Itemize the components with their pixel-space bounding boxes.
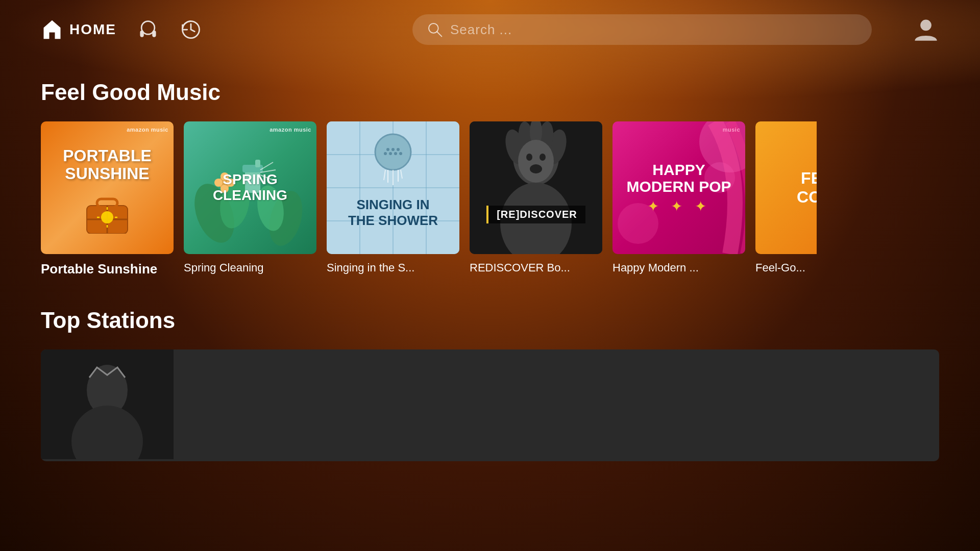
happy-modern-stars: ✦ ✦ ✦: [647, 198, 711, 215]
svg-point-38: [375, 134, 411, 170]
svg-point-59: [518, 140, 554, 183]
svg-point-62: [530, 164, 542, 173]
top-stations-cards-row: ToP: [41, 349, 939, 461]
card-rediscover-image: amazon music: [470, 121, 602, 254]
svg-point-60: [526, 154, 532, 161]
spring-cleaning-text: SPRINGCLEANING: [205, 164, 296, 212]
station1-svg: [41, 349, 174, 459]
svg-rect-2: [152, 31, 156, 37]
svg-point-40: [391, 148, 395, 151]
card4-background: amazon music: [470, 121, 602, 254]
card2-background: amazon music: [184, 121, 316, 254]
feel-good-music-cards-row: amazon music PORTABLE SUNSHINE: [41, 121, 939, 277]
svg-point-42: [384, 152, 387, 155]
suitcase-svg: [82, 188, 133, 234]
search-bar: Search ...: [412, 14, 872, 45]
card-feel-good[interactable]: FEELCOU... Feel-Go...: [755, 121, 817, 277]
rediscover-overlay-text: [RE]DISCOVER: [497, 209, 577, 220]
svg-point-44: [394, 152, 397, 155]
home-icon: [41, 18, 63, 41]
card1-background: amazon music PORTABLE SUNSHINE: [41, 121, 174, 254]
happy-modern-pop-text: HAPPYMODERN POP: [626, 161, 731, 195]
search-placeholder: Search ...: [450, 22, 512, 38]
svg-point-43: [389, 152, 392, 155]
card-happy-modern-pop-label: Happy Modern ...: [612, 261, 699, 274]
svg-point-11: [101, 211, 113, 223]
card3-background: amazon music: [327, 121, 459, 254]
svg-rect-1: [140, 31, 143, 37]
card-portable-sunshine[interactable]: amazon music PORTABLE SUNSHINE: [41, 121, 174, 277]
sunshine-text: SUNSHINE: [63, 165, 152, 183]
rediscover-person-svg: [470, 121, 602, 254]
card-singing-shower-label: Singing in the S...: [327, 261, 414, 274]
card-portable-sunshine-label: Portable Sunshine: [41, 261, 157, 277]
card-happy-modern-pop[interactable]: music HAPPYMODERN PO: [612, 121, 745, 277]
svg-point-41: [397, 148, 400, 151]
shower-text: SINGING INTHE SHOWER: [327, 197, 459, 229]
card-spring-cleaning-label: Spring Cleaning: [184, 261, 264, 274]
search-icon: [427, 21, 443, 38]
card-feel-good-image: FEELCOU...: [755, 121, 817, 254]
home-nav-item[interactable]: HOME: [41, 18, 116, 41]
headphones-icon[interactable]: [137, 18, 159, 41]
nav-left: HOME: [41, 18, 202, 41]
app-header: HOME Search ...: [0, 0, 980, 59]
feel-good-text: FEELCOU...: [797, 169, 817, 207]
card-singing-shower[interactable]: amazon music: [327, 121, 459, 277]
card-spring-cleaning-image: amazon music: [184, 121, 316, 254]
card-portable-sunshine-image: amazon music PORTABLE SUNSHINE: [41, 121, 174, 254]
main-content: Feel Good Music amazon music PORTABLE SU…: [0, 59, 980, 461]
card6-background: FEELCOU...: [755, 121, 817, 254]
svg-point-6: [920, 20, 932, 31]
card-feel-good-label: Feel-Go...: [755, 261, 805, 274]
svg-point-45: [399, 152, 402, 155]
top-stations-section: Top Stations ToP: [41, 308, 939, 461]
card-spring-cleaning[interactable]: amazon music: [184, 121, 316, 277]
top-stations-title: Top Stations: [41, 308, 939, 333]
search-input-wrapper[interactable]: Search ...: [412, 14, 872, 45]
svg-point-39: [386, 148, 389, 151]
card-singing-shower-image: amazon music: [327, 121, 459, 254]
feel-good-music-section: Feel Good Music amazon music PORTABLE SU…: [41, 80, 939, 277]
feel-good-music-title: Feel Good Music: [41, 80, 939, 105]
shower-svg: [327, 121, 459, 254]
home-label: HOME: [69, 21, 116, 38]
card-rediscover[interactable]: amazon music: [470, 121, 602, 277]
svg-point-61: [540, 154, 546, 161]
card-rediscover-label: REDISCOVER Bo...: [470, 261, 570, 274]
card-happy-modern-pop-image: music HAPPYMODERN PO: [612, 121, 745, 254]
user-icon[interactable]: [913, 16, 939, 43]
amazon-music-badge-1: amazon music: [127, 127, 168, 133]
portable-text: PORTABLE: [63, 147, 152, 165]
history-icon[interactable]: [180, 18, 202, 41]
station-card-1[interactable]: [41, 349, 939, 461]
svg-line-5: [437, 32, 442, 36]
card5-background: music HAPPYMODERN PO: [612, 121, 745, 254]
portable-sunshine-art: PORTABLE SUNSHINE: [41, 121, 174, 254]
